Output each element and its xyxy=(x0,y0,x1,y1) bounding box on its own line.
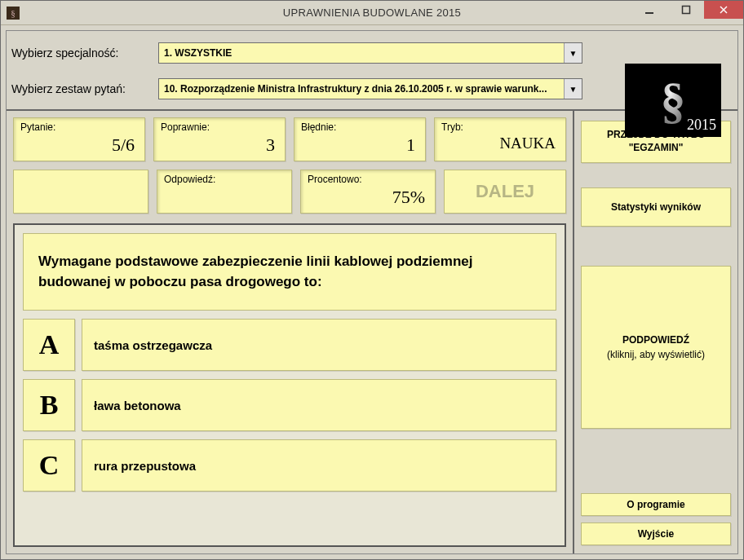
content-frame: Wybierz specjalność: 1. WSZYSTKIE ▼ Wybi… xyxy=(1,25,743,559)
hint-label: PODPOWIEDŹ xyxy=(622,334,689,346)
speciality-label: Wybierz specjalność: xyxy=(11,46,158,60)
stat-wrong-value: 1 xyxy=(301,134,418,156)
question-set-combo[interactable]: 10. Rozporządzenie Ministra Infrastruktu… xyxy=(158,78,582,99)
stats-row-1: Pytanie: 5/6 Poprawnie: 3 Błędnie: 1 Try… xyxy=(13,117,566,161)
stat-correct-value: 3 xyxy=(161,134,278,156)
question-text: Wymagane podstawowe zabezpieczenie linii… xyxy=(23,233,556,311)
stat-wrong: Błędnie: 1 xyxy=(294,117,426,161)
stat-wrong-label: Błędnie: xyxy=(301,121,418,133)
speciality-value: 1. WSZYSTKIE xyxy=(164,47,232,59)
stat-empty xyxy=(13,170,148,214)
stat-percent-label: Procentowo: xyxy=(308,174,428,185)
about-button-label: O programie xyxy=(627,499,684,510)
stat-answer-label: Odpowiedź: xyxy=(164,174,285,185)
stat-mode-label: Tryb: xyxy=(441,121,559,133)
stats-button[interactable]: Statystyki wyników xyxy=(581,187,731,227)
svg-rect-2 xyxy=(645,12,653,14)
exit-button[interactable]: Wyjście xyxy=(581,523,731,545)
header-area: Wybierz specjalność: 1. WSZYSTKIE ▼ Wybi… xyxy=(7,31,737,111)
window-controls xyxy=(631,1,743,25)
maximize-button[interactable] xyxy=(667,1,704,19)
logo-area: § 2015 xyxy=(617,64,723,141)
close-button[interactable] xyxy=(704,1,743,19)
answer-row-c: C rura przepustowa xyxy=(23,439,556,492)
about-button[interactable]: O programie xyxy=(581,493,731,516)
main-panel: Wybierz specjalność: 1. WSZYSTKIE ▼ Wybi… xyxy=(6,30,738,554)
sidebar: PRZEJDŹ DO TRYBU "EGZAMIN" Statystyki wy… xyxy=(574,111,737,553)
hint-button[interactable]: PODPOWIEDŹ (kliknij, aby wyświetlić) xyxy=(581,266,731,429)
answer-row-a: A taśma ostrzegawcza xyxy=(23,319,556,371)
answer-c-text: rura przepustowa xyxy=(82,439,556,492)
svg-text:§: § xyxy=(661,73,686,128)
stat-percent: Procentowo: 75% xyxy=(300,170,436,214)
stat-question-value: 5/6 xyxy=(20,134,138,156)
stat-mode-value: NAUKA xyxy=(441,134,559,152)
svg-text:§: § xyxy=(11,8,16,18)
question-set-row: Wybierz zestaw pytań: 10. Rozporządzenie… xyxy=(11,78,582,99)
answer-a-text: taśma ostrzegawcza xyxy=(82,319,556,371)
speciality-combo[interactable]: 1. WSZYSTKIE ▼ xyxy=(158,42,582,64)
chevron-down-icon: ▼ xyxy=(564,43,582,63)
next-button-label: DALEJ xyxy=(476,181,534,202)
question-area: Wymagane podstawowe zabezpieczenie linii… xyxy=(13,223,566,547)
main-column: Pytanie: 5/6 Poprawnie: 3 Błędnie: 1 Try… xyxy=(7,111,574,553)
logo-year: 2015 xyxy=(687,117,716,134)
hint-sublabel: (kliknij, aby wyświetlić) xyxy=(607,349,705,360)
question-set-value: 10. Rozporządzenie Ministra Infrastruktu… xyxy=(164,83,547,95)
answer-b-button[interactable]: B xyxy=(23,379,75,431)
stat-mode: Tryb: NAUKA xyxy=(434,117,566,161)
answer-c-button[interactable]: C xyxy=(23,439,75,492)
speciality-row: Wybierz specjalność: 1. WSZYSTKIE ▼ xyxy=(11,42,582,64)
stat-question-label: Pytanie: xyxy=(20,121,138,133)
stat-correct-label: Poprawnie: xyxy=(161,121,278,133)
stat-answer: Odpowiedź: xyxy=(157,170,292,214)
stats-row-2: Odpowiedź: Procentowo: 75% DALEJ xyxy=(13,170,566,214)
app-icon: § xyxy=(1,1,25,25)
app-logo: § 2015 xyxy=(625,64,721,137)
body-area: Pytanie: 5/6 Poprawnie: 3 Błędnie: 1 Try… xyxy=(7,111,737,553)
next-button[interactable]: DALEJ xyxy=(444,170,566,214)
chevron-down-icon: ▼ xyxy=(564,79,582,99)
answer-a-button[interactable]: A xyxy=(23,319,75,371)
stat-percent-value: 75% xyxy=(308,187,428,208)
app-window: § UPRAWNIENIA BUDOWLANE 2015 Wybierz spe… xyxy=(0,0,744,560)
titlebar: § UPRAWNIENIA BUDOWLANE 2015 xyxy=(1,1,743,25)
stat-question: Pytanie: 5/6 xyxy=(13,117,145,161)
question-set-label: Wybierz zestaw pytań: xyxy=(11,82,158,95)
answer-b-text: ława betonowa xyxy=(82,379,556,431)
svg-rect-3 xyxy=(682,7,689,14)
minimize-button[interactable] xyxy=(631,1,667,19)
stats-button-label: Statystyki wyników xyxy=(611,201,701,213)
answer-row-b: B ława betonowa xyxy=(23,379,556,431)
exit-button-label: Wyjście xyxy=(638,528,674,540)
stat-correct: Poprawnie: 3 xyxy=(153,117,286,161)
